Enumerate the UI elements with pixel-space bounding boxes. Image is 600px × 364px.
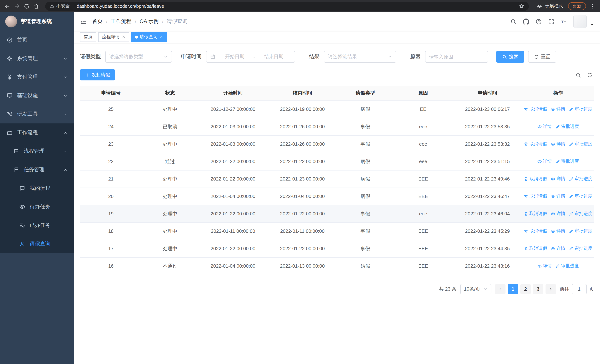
cancel-leave-action[interactable]: 取消请假 (524, 211, 547, 217)
page-size-select[interactable]: 10条/页 (460, 284, 491, 294)
url-text: dashboard.yudao.iocoder.cn/bpm/oa/leave (77, 3, 519, 9)
calendar-icon (210, 54, 215, 59)
apply-time-range-picker[interactable]: 开始日期 - 结束日期 (206, 51, 295, 63)
bookmark-star-icon[interactable] (519, 3, 525, 9)
detail-action[interactable]: 详情 (537, 123, 552, 130)
approval-progress-action[interactable]: 审批进度 (569, 193, 592, 199)
detail-action[interactable]: 详情 (551, 228, 565, 234)
reload-button[interactable] (24, 3, 30, 9)
detail-action[interactable]: 详情 (537, 158, 552, 165)
tab-1[interactable]: 流程详情 (98, 32, 129, 42)
page-button-1[interactable]: 1 (508, 284, 518, 294)
url-bar[interactable]: 不安全 dashboard.yudao.iocoder.cn/bpm/oa/le… (45, 2, 529, 10)
cancel-leave-action[interactable]: 取消请假 (524, 176, 547, 182)
approval-progress-action[interactable]: 审批进度 (569, 228, 592, 234)
back-button[interactable] (4, 3, 10, 9)
forward-button[interactable] (14, 3, 20, 9)
font-size-icon[interactable]: TT (561, 18, 567, 25)
edit-icon (569, 194, 573, 198)
table-row: 16不通过2022-01-04 00:00:002022-01-13 00:00… (80, 257, 594, 275)
page-button-3[interactable]: 3 (533, 284, 543, 294)
table-tools (576, 72, 593, 78)
refresh-table-icon[interactable] (587, 72, 593, 78)
update-button[interactable]: 更新 (568, 2, 586, 10)
result-select[interactable]: 请选择流结果 (324, 51, 396, 63)
search-icon (502, 54, 507, 59)
detail-action[interactable]: 详情 (551, 193, 565, 199)
sidebar-toggle-icon[interactable] (80, 18, 87, 25)
cancel-leave-action[interactable]: 取消请假 (524, 245, 547, 252)
cell-apply-id: 18 (80, 222, 142, 240)
detail-action[interactable]: 详情 (537, 263, 552, 269)
cell-actions: 详情审批进度 (522, 153, 594, 170)
sidebar-item-done-tasks[interactable]: 已办任务 (0, 216, 74, 235)
tab-2[interactable]: 请假查询 (131, 32, 167, 42)
sidebar-item-process-mgmt[interactable]: 流程管理 (0, 142, 74, 160)
close-icon[interactable] (159, 35, 163, 39)
prev-page-button[interactable] (495, 284, 506, 294)
edit-icon (569, 229, 573, 233)
detail-action[interactable]: 详情 (551, 211, 565, 217)
cancel-leave-action[interactable]: 取消请假 (524, 141, 547, 147)
browser-menu-icon[interactable] (590, 3, 596, 9)
approval-progress-action[interactable]: 审批进度 (555, 263, 579, 269)
approval-progress-action[interactable]: 审批进度 (569, 106, 592, 112)
tabs-bar: 首页流程详情请假查询 (74, 31, 600, 43)
table-row: 22通过2022-01-22 00:00:002022-01-22 00:00:… (80, 153, 594, 170)
github-icon[interactable] (523, 18, 529, 25)
reset-button[interactable]: 重置 (528, 51, 556, 63)
breadcrumb-item[interactable]: 工作流程 (111, 18, 131, 25)
detail-action[interactable]: 详情 (551, 141, 565, 147)
search-button[interactable]: 搜索 (496, 51, 525, 63)
sidebar-item-task-mgmt[interactable]: 任务管理 (0, 160, 74, 179)
cell-reason: eee (394, 118, 453, 135)
next-page-button[interactable] (545, 284, 556, 294)
cell-apply-id: 22 (80, 153, 142, 170)
approval-progress-action[interactable]: 审批进度 (569, 211, 592, 217)
approval-progress-action[interactable]: 审批进度 (555, 158, 579, 165)
sidebar-item-home[interactable]: 首页 (0, 31, 74, 49)
page-button-2[interactable]: 2 (520, 284, 531, 294)
sidebar-item-workflow[interactable]: 工作流程 (0, 123, 74, 142)
sidebar-item-todo-tasks[interactable]: 待办任务 (0, 197, 74, 216)
cancel-leave-action[interactable]: 取消请假 (524, 106, 547, 112)
home-button[interactable] (33, 3, 39, 9)
close-icon[interactable] (122, 35, 126, 39)
detail-action[interactable]: 详情 (551, 106, 565, 112)
detail-action[interactable]: 详情 (551, 176, 565, 182)
sidebar-item-label: 系统管理 (17, 55, 38, 62)
sidebar-item-leave-query[interactable]: 请假查询 (0, 235, 74, 253)
approval-progress-action[interactable]: 审批进度 (555, 123, 579, 130)
finished-icon (19, 222, 25, 228)
cancel-leave-action[interactable]: 取消请假 (524, 193, 547, 199)
chevron-up-icon (63, 168, 67, 172)
goto-page-input[interactable] (572, 284, 587, 294)
leave-type-select[interactable]: 请选择请假类型 (105, 51, 172, 63)
sidebar-item-system-mgmt[interactable]: 系统管理 (0, 49, 74, 68)
avatar-caret-down-icon[interactable] (590, 22, 594, 27)
sidebar-item-dev-tools[interactable]: 研发工具 (0, 105, 74, 123)
approval-progress-action[interactable]: 审批进度 (569, 176, 592, 182)
fullscreen-icon[interactable] (548, 18, 554, 25)
toggle-search-icon[interactable] (576, 72, 581, 78)
approval-progress-action[interactable]: 审批进度 (569, 245, 592, 252)
incognito-badge: 无痕模式 (536, 3, 563, 9)
create-leave-button[interactable]: 发起请假 (80, 69, 115, 80)
search-icon[interactable] (510, 18, 517, 25)
detail-action[interactable]: 详情 (551, 245, 565, 252)
breadcrumb-item[interactable]: OA 示例 (140, 18, 159, 25)
cell-reason: EEE (394, 187, 453, 205)
tab-0[interactable]: 首页 (80, 32, 96, 42)
breadcrumb-item[interactable]: 首页 (92, 18, 103, 25)
security-chip[interactable]: 不安全 (50, 3, 70, 9)
column-header: 申请时间 (453, 86, 522, 101)
help-icon[interactable] (535, 18, 542, 25)
sidebar-item-payment-mgmt[interactable]: 支付管理 (0, 68, 74, 86)
approval-progress-action[interactable]: 审批进度 (569, 141, 592, 147)
user-icon (19, 241, 25, 247)
cancel-leave-action[interactable]: 取消请假 (524, 228, 547, 234)
sidebar-item-my-process[interactable]: 我的流程 (0, 179, 74, 197)
reason-input[interactable] (425, 51, 488, 63)
sidebar-item-infrastructure[interactable]: 基础设施 (0, 86, 74, 105)
user-avatar[interactable] (573, 15, 587, 28)
